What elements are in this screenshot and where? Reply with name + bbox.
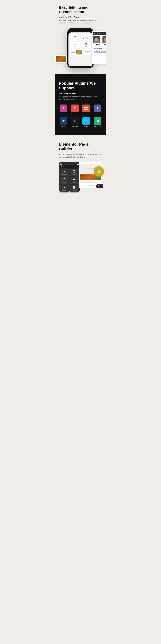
- paul-role: Coding Specialist: [93, 45, 102, 46]
- elementor-search[interactable]: 🔍 Search Widget...: [60, 166, 78, 168]
- wpml-name: WPML: [82, 126, 91, 128]
- section1-title: Easy Editing and Customization: [59, 5, 102, 14]
- plugin-wpml: 🔍 WPML: [82, 117, 91, 129]
- icons-label: Icons: [71, 46, 79, 47]
- hamburger-icon[interactable]: [60, 164, 61, 165]
- choose-image-link[interactable]: Choose Image ↗: [83, 51, 90, 53]
- laura-name: Laura Acord: [103, 44, 106, 45]
- button-el-label: Button: [73, 190, 76, 191]
- phone-mockup-container: ⊞ Columns T̲ Text Editor ☆ Icons 👤: [59, 28, 102, 68]
- section2-description: We support multiple popular plugins that…: [59, 96, 102, 100]
- section2-title: Popular Plugins We Support: [59, 81, 102, 90]
- laura-photo: [103, 36, 106, 44]
- columns-label: Columns: [71, 38, 79, 40]
- essential-icon: [82, 104, 90, 112]
- mockup-wrapper: elementor 🔍 Search Widget... ⊞ Columns: [59, 162, 102, 191]
- team-card-laura: Laura Acord Project Manager: [103, 36, 106, 46]
- dashed-placeholder: [93, 56, 106, 63]
- gdpr-name: WP GDPR Compliance: [59, 126, 68, 129]
- plugin-trx: TR TRX Addons: [93, 117, 102, 129]
- section-plugins: Popular Plugins We Support Everything Yo…: [55, 74, 106, 136]
- text-editor-label: Text Editor: [82, 38, 90, 40]
- mailchimp-icon: 🐒: [71, 117, 79, 125]
- icons-icon: ☆: [71, 42, 79, 46]
- toolbar-list[interactable]: ≡: [103, 33, 104, 34]
- plugin-contact7: 7 Contact Form 7: [93, 104, 102, 115]
- toolbar-underline[interactable]: U: [97, 33, 98, 34]
- paul-photo: [93, 36, 100, 44]
- approach-box: Our Approach Every project is unique, bu…: [93, 46, 106, 56]
- gdpr-icon: ⭐: [60, 117, 67, 125]
- paul-silhouette: [94, 38, 99, 44]
- widget-team: 👤 Team: [81, 42, 91, 48]
- section-elementor: Elementor Page Builder Enjoy intuitive i…: [55, 136, 106, 198]
- heading-el-icon: T̲: [70, 170, 78, 172]
- phone-screen: ⊞ Columns T̲ Text Editor ☆ Icons 👤: [68, 32, 93, 66]
- floating-image-card: [55, 55, 67, 63]
- approach-text: Every project is unique, but they all sh…: [94, 50, 106, 54]
- widget-contacts-el[interactable]: ✉ Contacts: [60, 185, 69, 192]
- add-new-section-button[interactable]: Add New Section: [80, 181, 90, 183]
- columns-el-icon: ⊞: [60, 170, 68, 172]
- contacts-el-icon: ✉: [60, 186, 68, 189]
- video-el-label: Video: [73, 182, 75, 183]
- video-el-icon: ▶: [70, 178, 78, 180]
- elements-label: Elements: [98, 186, 102, 188]
- toolbar-bold[interactable]: B: [94, 33, 95, 34]
- elements-count: 50+: [98, 185, 102, 186]
- elementor-widgets: ⊞ Columns T̲ Heading 🖼 Image ▶ Video: [60, 169, 78, 192]
- elements-count-badge: 50+ Elements: [97, 184, 103, 188]
- widget-columns: ⊞ Columns: [70, 34, 80, 40]
- button-el-icon: ⬜: [70, 186, 78, 189]
- widget-icons: ☆ Icons: [70, 42, 80, 48]
- laura-role: Project Manager: [103, 45, 106, 46]
- elementor-sidebar: elementor 🔍 Search Widget... ⊞ Columns: [59, 162, 79, 191]
- widget-columns-el[interactable]: ⊞ Columns: [60, 169, 69, 176]
- hamburger-right-icon[interactable]: [77, 164, 78, 165]
- elementor-icon: E: [60, 104, 67, 112]
- image-el-label: Image: [63, 182, 66, 183]
- elementor-badge-text: elementor: [97, 172, 101, 173]
- contact7-name: Contact Form 7: [93, 113, 102, 115]
- trx-name: TRX Addons: [93, 126, 102, 128]
- plugin-essential: Essential Grid: [82, 104, 91, 115]
- widget-image-el[interactable]: 🖼 Image: [60, 177, 69, 184]
- columns-icon: ⊞: [71, 35, 79, 38]
- grid-icon: [84, 107, 88, 110]
- widget-video-el[interactable]: ▶ Video: [70, 177, 78, 184]
- team-cards: Paul Davis Coding Specialist Laura Acord…: [93, 36, 106, 46]
- search-placeholder: Search Widget...: [63, 166, 71, 167]
- canvas-toolbar: Add New Section Add Template: [80, 181, 101, 183]
- image-preview: [76, 50, 82, 54]
- elementor-badge: ⊞ elementor: [94, 166, 104, 176]
- section1-subtitle: Intuitive and User-Friendly: [59, 16, 102, 18]
- choose-image-text: Choose Your Image: [86, 168, 95, 169]
- widget-grid-row1: ⊞ Columns T̲ Text Editor: [70, 34, 91, 40]
- elementor-mockup-wrapper: elementor 🔍 Search Widget... ⊞ Columns: [59, 162, 102, 191]
- plugin-gdpr: ⭐ WP GDPR Compliance: [59, 117, 68, 129]
- contact7-icon: 7: [94, 104, 101, 112]
- team-label: Team: [82, 46, 90, 47]
- toolbar-link[interactable]: 🔗: [99, 33, 100, 34]
- section3-description: Enjoy intuitive interface and flexibilit…: [59, 154, 102, 158]
- elementor-badge-icon: ⊞: [98, 170, 100, 172]
- editor-toolbar: B I U 🔗 T- ≡: [93, 32, 106, 35]
- section2-subtitle: Everything You Need: [59, 92, 102, 94]
- plugins-grid: E Elementor ↻ Slider Revolution Essentia…: [59, 104, 102, 129]
- phone-notch: [76, 30, 85, 32]
- plugin-elementor: E Elementor: [59, 104, 68, 115]
- team-card-paul: Paul Davis Coding Specialist: [93, 36, 102, 46]
- add-template-button[interactable]: Add Template: [90, 181, 98, 183]
- widget-image-row: Image Choose Image ↗: [70, 49, 91, 55]
- image-label: Image: [71, 52, 75, 53]
- widget-heading-el[interactable]: T̲ Heading: [70, 169, 78, 176]
- toolbar-text[interactable]: T-: [101, 33, 102, 34]
- toolbar-italic[interactable]: I: [96, 33, 96, 34]
- section-editing: Easy Editing and Customization Intuitive…: [55, 0, 106, 74]
- elementor-logo: elementor: [66, 163, 72, 165]
- slider-name: Slider Revolution: [70, 113, 79, 115]
- team-icon: 👤: [82, 42, 90, 46]
- phone-frame: ⊞ Columns T̲ Text Editor ☆ Icons 👤: [67, 28, 94, 68]
- widget-button-el[interactable]: ⬜ Button: [70, 185, 78, 192]
- laura-silhouette: [104, 38, 106, 44]
